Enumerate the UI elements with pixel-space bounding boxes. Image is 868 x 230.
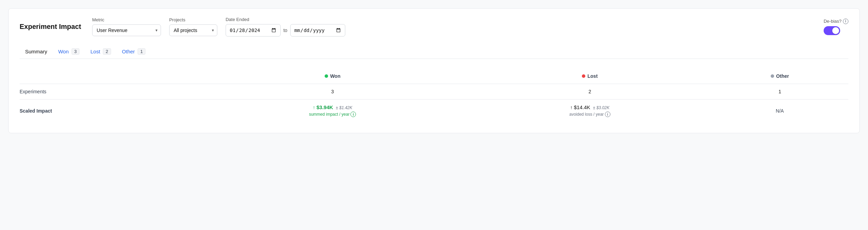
- date-range-control: Date Ended to: [226, 17, 345, 36]
- metric-select-wrapper: User Revenue ▾: [92, 24, 161, 36]
- lost-sub-info-icon[interactable]: i: [605, 112, 610, 117]
- metric-control: Metric User Revenue ▾: [92, 17, 161, 36]
- tab-won-label: Won: [58, 49, 69, 54]
- won-amount-value: $3.94K: [316, 104, 333, 110]
- other-na-value: N/A: [776, 108, 784, 114]
- summary-table: Won Lost Other: [20, 69, 848, 122]
- date-inputs: to: [226, 24, 345, 36]
- scaled-impact-lost-cell: ↑ $14.4K ± $3.02K avoided loss / year i: [468, 100, 711, 122]
- experiments-lost-value: 2: [588, 89, 591, 94]
- tabs-row: Summary Won 3 Lost 2 Other 1: [20, 45, 848, 59]
- col-lost-label: Lost: [587, 73, 598, 79]
- won-margin-value: ± $1.42K: [336, 105, 352, 110]
- debias-label: De-bias?: [824, 19, 842, 24]
- scaled-impact-lost-amount: ↑ $14.4K ± $3.02K: [570, 104, 609, 110]
- won-dot: [325, 74, 328, 78]
- won-arrow-icon: ↑: [313, 105, 315, 110]
- table-row: Experiments 3 2 1: [20, 84, 848, 100]
- tab-other[interactable]: Other 1: [117, 45, 151, 59]
- tab-summary[interactable]: Summary: [20, 45, 53, 59]
- debias-info-icon[interactable]: i: [843, 19, 848, 24]
- date-ended-label: Date Ended: [226, 17, 345, 22]
- debias-slider: [824, 26, 840, 35]
- scaled-impact-won-cell: ↑ $3.94K ± $1.42K summed impact / year i: [197, 100, 468, 122]
- experiments-won-value: 3: [331, 89, 334, 94]
- tab-summary-label: Summary: [25, 49, 47, 54]
- tab-other-label: Other: [122, 49, 135, 54]
- tab-lost[interactable]: Lost 2: [85, 45, 117, 59]
- scaled-impact-label: Scaled Impact: [20, 108, 52, 114]
- projects-select-wrapper: All projects ▾: [169, 24, 217, 36]
- tab-lost-label: Lost: [90, 49, 100, 54]
- scaled-impact-won-amount: ↑ $3.94K ± $1.42K: [313, 104, 352, 110]
- debias-toggle[interactable]: [824, 26, 840, 35]
- date-to-input[interactable]: [290, 24, 345, 36]
- experiments-other-value: 1: [779, 89, 781, 94]
- page-title: Experiment Impact: [20, 23, 81, 31]
- lost-sub-label: avoided loss / year i: [569, 112, 610, 117]
- debias-control: De-bias? i: [824, 19, 848, 35]
- lost-amount-value: $14.4K: [574, 104, 590, 110]
- col-header-empty: [20, 69, 197, 84]
- debias-label-row: De-bias? i: [824, 19, 848, 24]
- col-won-label: Won: [330, 73, 340, 79]
- lost-dot: [582, 74, 585, 78]
- col-other-label: Other: [776, 73, 789, 79]
- lost-margin-value: ± $3.02K: [593, 105, 609, 110]
- projects-control: Projects All projects ▾: [169, 17, 217, 36]
- date-separator: to: [283, 28, 287, 33]
- tab-lost-badge: 2: [103, 48, 111, 55]
- projects-select[interactable]: All projects: [169, 24, 217, 36]
- debias-toggle-wrapper: [824, 26, 848, 35]
- tab-won-badge: 3: [72, 48, 79, 55]
- won-sub-label: summed impact / year i: [309, 112, 356, 117]
- tab-other-badge: 1: [138, 48, 145, 55]
- table-row: Scaled Impact ↑ $3.94K ± $1.42K summed i…: [20, 100, 848, 122]
- table-header-row: Won Lost Other: [20, 69, 848, 84]
- tab-won[interactable]: Won 3: [53, 45, 85, 59]
- col-header-lost: Lost: [468, 69, 711, 84]
- col-header-won: Won: [197, 69, 468, 84]
- experiments-label: Experiments: [20, 89, 46, 94]
- metric-select[interactable]: User Revenue: [92, 24, 161, 36]
- header-row: Experiment Impact Metric User Revenue ▾ …: [20, 17, 848, 36]
- other-dot: [771, 74, 774, 78]
- won-sub-info-icon[interactable]: i: [350, 112, 356, 117]
- scaled-impact-other-cell: N/A: [711, 100, 848, 122]
- lost-arrow-icon: ↑: [570, 105, 573, 110]
- controls: Metric User Revenue ▾ Projects All proje…: [92, 17, 848, 36]
- metric-label: Metric: [92, 17, 161, 22]
- page-container: Experiment Impact Metric User Revenue ▾ …: [8, 8, 860, 133]
- col-header-other: Other: [711, 69, 848, 84]
- date-from-input[interactable]: [226, 24, 281, 36]
- projects-label: Projects: [169, 17, 217, 22]
